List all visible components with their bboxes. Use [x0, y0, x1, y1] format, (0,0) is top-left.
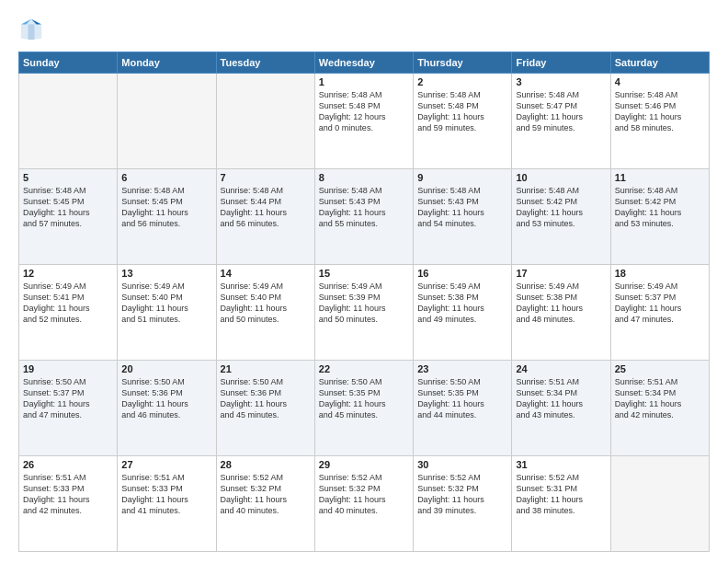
calendar-cell: 25Sunrise: 5:51 AMSunset: 5:34 PMDayligh…	[610, 361, 709, 456]
day-number: 25	[615, 363, 705, 374]
day-number: 9	[417, 172, 507, 183]
day-number: 22	[319, 363, 409, 374]
calendar-cell: 10Sunrise: 5:48 AMSunset: 5:42 PMDayligh…	[512, 169, 610, 265]
day-info: Sunrise: 5:48 AMSunset: 5:44 PMDaylight:…	[221, 185, 311, 230]
day-info: Sunrise: 5:48 AMSunset: 5:43 PMDaylight:…	[319, 185, 409, 230]
day-number: 20	[121, 363, 211, 374]
calendar-cell: 8Sunrise: 5:48 AMSunset: 5:43 PMDaylight…	[314, 169, 413, 265]
day-number: 19	[23, 363, 113, 374]
col-header-wednesday: Wednesday	[314, 52, 413, 74]
calendar-cell: 30Sunrise: 5:52 AMSunset: 5:32 PMDayligh…	[414, 456, 512, 552]
day-info: Sunrise: 5:48 AMSunset: 5:42 PMDaylight:…	[516, 185, 606, 230]
calendar-cell	[610, 456, 709, 552]
day-number: 7	[221, 172, 311, 183]
day-info: Sunrise: 5:51 AMSunset: 5:34 PMDaylight:…	[615, 376, 705, 421]
day-info: Sunrise: 5:48 AMSunset: 5:42 PMDaylight:…	[615, 185, 705, 230]
day-info: Sunrise: 5:48 AMSunset: 5:46 PMDaylight:…	[615, 89, 705, 134]
calendar-cell: 7Sunrise: 5:48 AMSunset: 5:44 PMDaylight…	[216, 169, 314, 265]
day-number: 11	[615, 172, 705, 183]
calendar-header-row: SundayMondayTuesdayWednesdayThursdayFrid…	[19, 52, 710, 74]
col-header-saturday: Saturday	[610, 52, 709, 74]
day-info: Sunrise: 5:48 AMSunset: 5:43 PMDaylight:…	[417, 185, 507, 230]
page: SundayMondayTuesdayWednesdayThursdayFrid…	[0, 0, 728, 563]
calendar-cell: 9Sunrise: 5:48 AMSunset: 5:43 PMDaylight…	[414, 169, 512, 265]
calendar-cell: 4Sunrise: 5:48 AMSunset: 5:46 PMDaylight…	[610, 74, 709, 169]
day-number: 24	[516, 363, 606, 374]
header	[18, 17, 710, 42]
calendar-cell: 11Sunrise: 5:48 AMSunset: 5:42 PMDayligh…	[610, 169, 709, 265]
calendar-cell: 24Sunrise: 5:51 AMSunset: 5:34 PMDayligh…	[512, 361, 610, 456]
calendar-table: SundayMondayTuesdayWednesdayThursdayFrid…	[18, 52, 710, 552]
calendar-cell: 14Sunrise: 5:49 AMSunset: 5:40 PMDayligh…	[216, 265, 314, 361]
logo	[18, 17, 50, 42]
calendar-cell: 27Sunrise: 5:51 AMSunset: 5:33 PMDayligh…	[118, 456, 216, 552]
day-number: 26	[23, 459, 113, 470]
day-number: 6	[121, 172, 211, 183]
day-info: Sunrise: 5:50 AMSunset: 5:35 PMDaylight:…	[417, 376, 507, 421]
calendar-cell: 16Sunrise: 5:49 AMSunset: 5:38 PMDayligh…	[414, 265, 512, 361]
day-info: Sunrise: 5:49 AMSunset: 5:39 PMDaylight:…	[319, 281, 409, 326]
calendar-cell: 3Sunrise: 5:48 AMSunset: 5:47 PMDaylight…	[512, 74, 610, 169]
calendar-cell: 2Sunrise: 5:48 AMSunset: 5:48 PMDaylight…	[414, 74, 512, 169]
day-number: 3	[516, 76, 606, 87]
day-number: 13	[121, 268, 211, 279]
calendar-cell	[19, 74, 118, 169]
col-header-friday: Friday	[512, 52, 610, 74]
calendar-cell	[118, 74, 216, 169]
day-number: 10	[516, 172, 606, 183]
day-info: Sunrise: 5:50 AMSunset: 5:35 PMDaylight:…	[319, 376, 409, 421]
day-info: Sunrise: 5:49 AMSunset: 5:40 PMDaylight:…	[221, 281, 311, 326]
calendar-cell: 22Sunrise: 5:50 AMSunset: 5:35 PMDayligh…	[314, 361, 413, 456]
day-number: 5	[23, 172, 113, 183]
day-info: Sunrise: 5:52 AMSunset: 5:32 PMDaylight:…	[319, 472, 409, 517]
day-info: Sunrise: 5:49 AMSunset: 5:38 PMDaylight:…	[516, 281, 606, 326]
day-number: 30	[417, 459, 507, 470]
day-info: Sunrise: 5:48 AMSunset: 5:45 PMDaylight:…	[23, 185, 113, 230]
day-number: 16	[417, 268, 507, 279]
day-info: Sunrise: 5:52 AMSunset: 5:32 PMDaylight:…	[417, 472, 507, 517]
col-header-monday: Monday	[118, 52, 216, 74]
day-number: 29	[319, 459, 409, 470]
day-number: 12	[23, 268, 113, 279]
day-info: Sunrise: 5:49 AMSunset: 5:38 PMDaylight:…	[417, 281, 507, 326]
day-number: 21	[221, 363, 311, 374]
calendar-cell: 1Sunrise: 5:48 AMSunset: 5:48 PMDaylight…	[314, 74, 413, 169]
day-number: 27	[121, 459, 211, 470]
day-info: Sunrise: 5:50 AMSunset: 5:37 PMDaylight:…	[23, 376, 113, 421]
day-number: 8	[319, 172, 409, 183]
logo-icon	[18, 17, 44, 42]
day-info: Sunrise: 5:52 AMSunset: 5:31 PMDaylight:…	[516, 472, 606, 517]
calendar-row-5: 26Sunrise: 5:51 AMSunset: 5:33 PMDayligh…	[19, 456, 710, 552]
day-info: Sunrise: 5:51 AMSunset: 5:33 PMDaylight:…	[23, 472, 113, 517]
day-info: Sunrise: 5:51 AMSunset: 5:33 PMDaylight:…	[121, 472, 211, 517]
col-header-thursday: Thursday	[414, 52, 512, 74]
day-info: Sunrise: 5:48 AMSunset: 5:48 PMDaylight:…	[319, 89, 409, 134]
day-info: Sunrise: 5:50 AMSunset: 5:36 PMDaylight:…	[221, 376, 311, 421]
day-info: Sunrise: 5:49 AMSunset: 5:37 PMDaylight:…	[615, 281, 705, 326]
calendar-cell: 18Sunrise: 5:49 AMSunset: 5:37 PMDayligh…	[610, 265, 709, 361]
day-info: Sunrise: 5:48 AMSunset: 5:47 PMDaylight:…	[516, 89, 606, 134]
col-header-sunday: Sunday	[19, 52, 118, 74]
calendar-cell: 31Sunrise: 5:52 AMSunset: 5:31 PMDayligh…	[512, 456, 610, 552]
day-number: 17	[516, 268, 606, 279]
calendar-cell: 6Sunrise: 5:48 AMSunset: 5:45 PMDaylight…	[118, 169, 216, 265]
calendar-cell: 12Sunrise: 5:49 AMSunset: 5:41 PMDayligh…	[19, 265, 118, 361]
calendar-cell: 5Sunrise: 5:48 AMSunset: 5:45 PMDaylight…	[19, 169, 118, 265]
calendar-cell: 19Sunrise: 5:50 AMSunset: 5:37 PMDayligh…	[19, 361, 118, 456]
calendar-row-1: 1Sunrise: 5:48 AMSunset: 5:48 PMDaylight…	[19, 74, 710, 169]
day-number: 15	[319, 268, 409, 279]
calendar-cell: 17Sunrise: 5:49 AMSunset: 5:38 PMDayligh…	[512, 265, 610, 361]
calendar-cell: 13Sunrise: 5:49 AMSunset: 5:40 PMDayligh…	[118, 265, 216, 361]
calendar-row-3: 12Sunrise: 5:49 AMSunset: 5:41 PMDayligh…	[19, 265, 710, 361]
day-info: Sunrise: 5:48 AMSunset: 5:45 PMDaylight:…	[121, 185, 211, 230]
calendar-cell: 28Sunrise: 5:52 AMSunset: 5:32 PMDayligh…	[216, 456, 314, 552]
svg-rect-3	[28, 24, 35, 40]
day-number: 4	[615, 76, 705, 87]
day-number: 14	[221, 268, 311, 279]
calendar-cell: 15Sunrise: 5:49 AMSunset: 5:39 PMDayligh…	[314, 265, 413, 361]
calendar-row-2: 5Sunrise: 5:48 AMSunset: 5:45 PMDaylight…	[19, 169, 710, 265]
day-info: Sunrise: 5:51 AMSunset: 5:34 PMDaylight:…	[516, 376, 606, 421]
day-info: Sunrise: 5:48 AMSunset: 5:48 PMDaylight:…	[417, 89, 507, 134]
day-info: Sunrise: 5:49 AMSunset: 5:41 PMDaylight:…	[23, 281, 113, 326]
day-info: Sunrise: 5:49 AMSunset: 5:40 PMDaylight:…	[121, 281, 211, 326]
